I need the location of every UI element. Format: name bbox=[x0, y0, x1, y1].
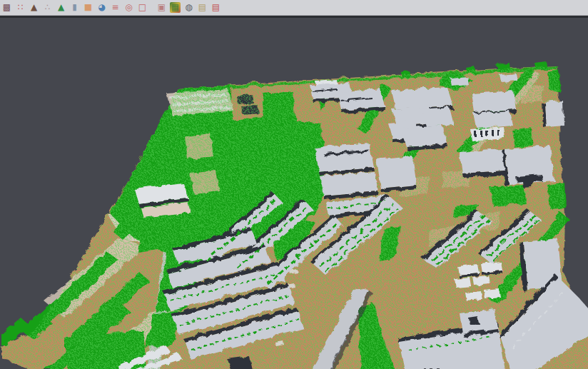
toolbar-shadow-line bbox=[0, 16, 588, 18]
terrain-scene bbox=[0, 16, 588, 369]
mesh-icon[interactable]: ▩ bbox=[1, 2, 12, 13]
report-icon[interactable]: ▤ bbox=[211, 2, 221, 13]
sparse-points-icon[interactable]: ∴ bbox=[42, 2, 53, 13]
sphere-dark-icon[interactable]: ◍ bbox=[183, 2, 194, 13]
ring-icon[interactable]: ◎ bbox=[123, 2, 134, 13]
terrain-green-icon[interactable]: ▲ bbox=[56, 2, 66, 13]
column-icon[interactable]: ▮ bbox=[69, 2, 80, 13]
export-doc-icon[interactable]: ▤ bbox=[197, 2, 208, 13]
3d-viewport[interactable] bbox=[0, 16, 588, 369]
point-cloud-icon[interactable]: ∷ bbox=[15, 2, 26, 13]
classification-icon[interactable]: ▦ bbox=[170, 2, 181, 13]
selection-frame-icon[interactable]: □ bbox=[137, 2, 148, 13]
globe-icon[interactable]: ◕ bbox=[96, 2, 107, 13]
toolbar: ▩∷▲∴▲▮■◕≡◎□▣▦◍▤▤ bbox=[0, 0, 588, 16]
terrain-brown-icon[interactable]: ▲ bbox=[29, 2, 39, 13]
application-window: ▩∷▲∴▲▮■◕≡◎□▣▦◍▤▤ bbox=[0, 0, 588, 369]
layers-icon[interactable]: ≡ bbox=[110, 2, 121, 13]
crop-icon[interactable]: ▣ bbox=[156, 2, 167, 13]
ortho-tile-icon[interactable]: ■ bbox=[83, 2, 93, 13]
